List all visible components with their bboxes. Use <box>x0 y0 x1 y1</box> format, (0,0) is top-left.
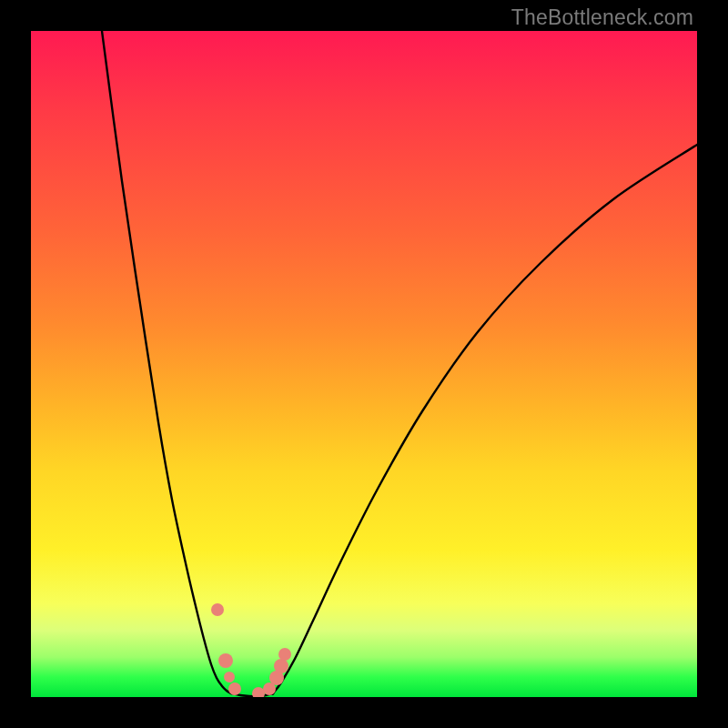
data-marker <box>278 648 291 661</box>
data-marker <box>274 659 288 673</box>
data-marker <box>224 672 235 682</box>
data-marker <box>252 687 265 697</box>
bottleneck-curve <box>102 31 697 696</box>
data-marker <box>228 682 241 695</box>
watermark-text: TheBottleneck.com <box>511 5 693 30</box>
data-marker <box>211 603 224 616</box>
data-marker <box>218 653 233 668</box>
curve-layer <box>31 31 697 697</box>
plot-area <box>31 31 697 697</box>
marker-layer <box>211 603 291 697</box>
outer-frame: TheBottleneck.com <box>0 0 728 728</box>
